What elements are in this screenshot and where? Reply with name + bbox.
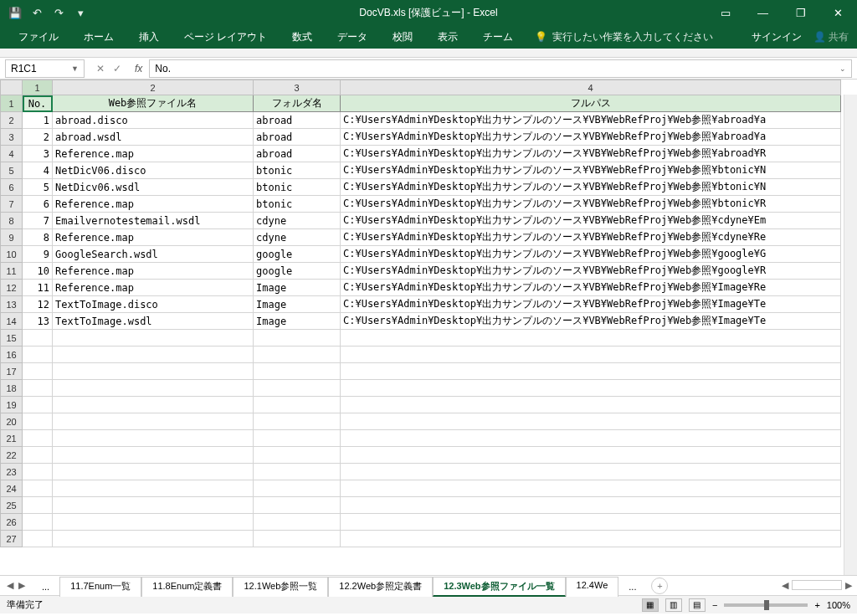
data-cell[interactable]: NetDicV06.disco: [53, 162, 254, 179]
row-header[interactable]: 17: [1, 363, 23, 380]
col-header[interactable]: 4: [341, 80, 841, 95]
empty-cell[interactable]: [341, 480, 841, 497]
data-cell[interactable]: 3: [23, 146, 53, 162]
data-cell[interactable]: Reference.map: [53, 280, 254, 296]
zoom-out-button[interactable]: −: [712, 600, 717, 610]
empty-cell[interactable]: [341, 380, 841, 397]
sheet-tab[interactable]: 11.7Enum一覧: [59, 577, 141, 597]
data-cell[interactable]: 5: [23, 179, 53, 196]
empty-cell[interactable]: [23, 497, 53, 514]
data-cell[interactable]: 1: [23, 112, 53, 129]
table-header-cell[interactable]: フォルダ名: [254, 95, 341, 112]
data-cell[interactable]: Image: [254, 280, 341, 296]
data-cell[interactable]: TextToImage.wsdl: [53, 313, 254, 330]
col-header[interactable]: 3: [254, 80, 341, 95]
empty-cell[interactable]: [23, 514, 53, 531]
empty-cell[interactable]: [254, 413, 341, 430]
name-box[interactable]: R1C1 ▼: [5, 59, 85, 78]
empty-cell[interactable]: [254, 464, 341, 480]
tab-file[interactable]: ファイル: [7, 26, 70, 49]
row-header[interactable]: 21: [1, 430, 23, 447]
data-cell[interactable]: 2: [23, 129, 53, 146]
data-cell[interactable]: Reference.map: [53, 146, 254, 162]
sheet-tab[interactable]: 12.3Web参照ファイル一覧: [433, 577, 565, 597]
empty-cell[interactable]: [341, 330, 841, 346]
data-cell[interactable]: abroad.disco: [53, 112, 254, 129]
empty-cell[interactable]: [23, 380, 53, 397]
empty-cell[interactable]: [341, 514, 841, 531]
data-cell[interactable]: google: [254, 263, 341, 280]
chevron-down-icon[interactable]: ▼: [71, 64, 79, 73]
row-header[interactable]: 27: [1, 531, 23, 547]
sheet-tab[interactable]: 12.2Web参照定義書: [328, 577, 433, 597]
empty-cell[interactable]: [53, 330, 254, 346]
empty-cell[interactable]: [254, 497, 341, 514]
ribbon-display-options-icon[interactable]: ▭: [706, 0, 744, 25]
tab-view[interactable]: 表示: [426, 26, 470, 49]
row-header[interactable]: 24: [1, 480, 23, 497]
data-cell[interactable]: Reference.map: [53, 263, 254, 280]
row-header[interactable]: 16: [1, 346, 23, 363]
hscroll-left-icon[interactable]: ◀: [782, 580, 788, 591]
data-cell[interactable]: 6: [23, 196, 53, 213]
data-cell[interactable]: 8: [23, 229, 53, 246]
vertical-scrollbar[interactable]: [844, 95, 857, 575]
data-cell[interactable]: 13: [23, 313, 53, 330]
zoom-slider-thumb[interactable]: [764, 600, 769, 610]
data-cell[interactable]: C:¥Users¥Admin¥Desktop¥出力サンプルのソース¥VB¥Web…: [341, 263, 841, 280]
data-cell[interactable]: C:¥Users¥Admin¥Desktop¥出力サンプルのソース¥VB¥Web…: [341, 246, 841, 263]
empty-cell[interactable]: [53, 531, 254, 547]
tab-home[interactable]: ホーム: [72, 26, 126, 49]
row-header[interactable]: 1: [1, 95, 23, 112]
data-cell[interactable]: 7: [23, 213, 53, 229]
row-header[interactable]: 19: [1, 397, 23, 413]
row-header[interactable]: 13: [1, 296, 23, 313]
empty-cell[interactable]: [53, 380, 254, 397]
hscroll-track[interactable]: [792, 580, 842, 590]
empty-cell[interactable]: [341, 497, 841, 514]
row-header[interactable]: 18: [1, 380, 23, 397]
data-cell[interactable]: Reference.map: [53, 196, 254, 213]
data-cell[interactable]: cdyne: [254, 213, 341, 229]
empty-cell[interactable]: [23, 330, 53, 346]
sheet-tab-overflow-left[interactable]: ...: [32, 579, 59, 594]
row-header[interactable]: 9: [1, 229, 23, 246]
data-cell[interactable]: abroad: [254, 129, 341, 146]
empty-cell[interactable]: [254, 447, 341, 464]
enter-formula-icon[interactable]: ✓: [113, 63, 121, 74]
data-cell[interactable]: TextToImage.disco: [53, 296, 254, 313]
data-cell[interactable]: C:¥Users¥Admin¥Desktop¥出力サンプルのソース¥VB¥Web…: [341, 112, 841, 129]
tab-review[interactable]: 校閲: [381, 26, 424, 49]
sheet-tab-overflow-right[interactable]: ...: [618, 579, 646, 594]
row-header[interactable]: 6: [1, 179, 23, 196]
sheet-tab[interactable]: 11.8Enum定義書: [141, 577, 233, 597]
empty-cell[interactable]: [254, 531, 341, 547]
normal-view-icon[interactable]: ▦: [642, 598, 659, 612]
minimize-icon[interactable]: —: [744, 0, 782, 25]
zoom-slider[interactable]: [724, 603, 808, 607]
data-cell[interactable]: cdyne: [254, 229, 341, 246]
data-cell[interactable]: abroad.wsdl: [53, 129, 254, 146]
empty-cell[interactable]: [341, 447, 841, 464]
sign-in-link[interactable]: サインイン: [752, 30, 802, 44]
data-cell[interactable]: btonic: [254, 162, 341, 179]
data-cell[interactable]: C:¥Users¥Admin¥Desktop¥出力サンプルのソース¥VB¥Web…: [341, 213, 841, 229]
data-cell[interactable]: Image: [254, 313, 341, 330]
redo-icon[interactable]: ↷: [52, 6, 65, 19]
empty-cell[interactable]: [53, 497, 254, 514]
undo-icon[interactable]: ↶: [30, 6, 44, 19]
tab-page-layout[interactable]: ページ レイアウト: [172, 26, 279, 49]
row-header[interactable]: 23: [1, 464, 23, 480]
restore-icon[interactable]: ❐: [782, 0, 819, 25]
data-cell[interactable]: btonic: [254, 196, 341, 213]
empty-cell[interactable]: [341, 531, 841, 547]
data-cell[interactable]: Image: [254, 296, 341, 313]
tell-me-search[interactable]: 💡 実行したい作業を入力してください: [535, 30, 713, 44]
cell-grid[interactable]: 1 2 3 4 1No.Web参照ファイル名フォルダ名フルパス21abroad.…: [0, 80, 841, 547]
data-cell[interactable]: NetDicv06.wsdl: [53, 179, 254, 196]
empty-cell[interactable]: [23, 531, 53, 547]
close-icon[interactable]: ✕: [819, 0, 857, 25]
row-header[interactable]: 7: [1, 196, 23, 213]
tab-formulas[interactable]: 数式: [280, 26, 324, 49]
row-header[interactable]: 20: [1, 413, 23, 430]
